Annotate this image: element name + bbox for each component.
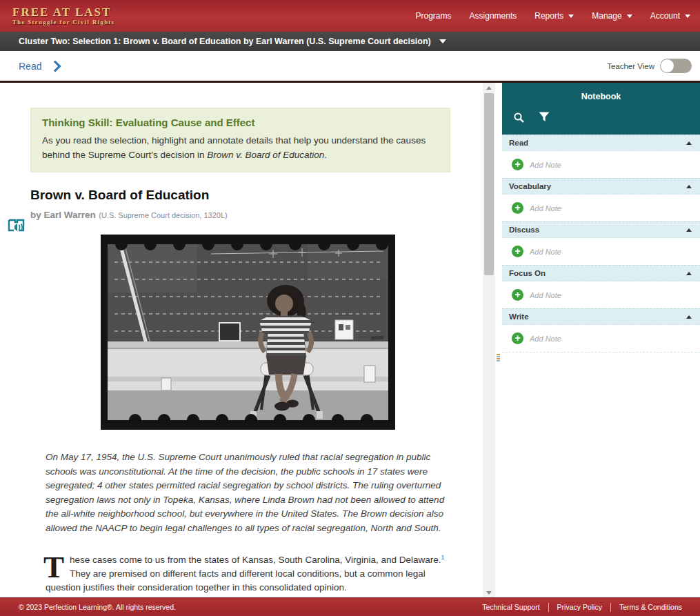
notebook-toolbar [510, 112, 692, 123]
notebook-section-discuss: Discuss + Add Note [502, 221, 700, 265]
add-note-label: Add Note [530, 335, 561, 343]
panel-gap [495, 83, 502, 597]
caret-down-icon [439, 39, 446, 43]
toggle-knob [661, 59, 674, 72]
byline-meta: (U.S. Supreme Court decision, 1320L) [99, 211, 227, 219]
logo-title: FREE AT LAST [12, 6, 115, 18]
add-note-button[interactable]: + Add Note [512, 159, 561, 170]
technical-support-link[interactable]: Technical Support [474, 603, 548, 611]
thinking-skill-body: As you read the selection, highlight and… [42, 133, 439, 162]
teacher-view-toggle[interactable] [660, 59, 692, 73]
paragraph-text: hese cases come to us from the states of… [70, 555, 441, 565]
main-area: Thinking Skill: Evaluating Cause and Eff… [0, 83, 700, 597]
add-note-label: Add Note [530, 204, 561, 212]
triangle-up-icon [486, 86, 492, 90]
panel-resize-handle[interactable] [497, 353, 500, 362]
filter-icon [539, 112, 550, 122]
footer-links: Technical Support Privacy Policy Terms &… [474, 603, 690, 612]
scroll-down-arrow[interactable] [483, 588, 495, 597]
terms-conditions-link[interactable]: Terms & Conditions [611, 603, 690, 611]
add-note-label: Add Note [530, 161, 561, 169]
section-label: Write [509, 312, 529, 321]
section-body: + Add Note [502, 281, 700, 308]
nav-label: Reports [534, 11, 563, 21]
add-note-label: Add Note [530, 291, 561, 299]
logo-subtitle: The Struggle for Civil Rights [12, 19, 115, 26]
collapse-icon [686, 141, 692, 145]
dropcap: T [43, 555, 64, 579]
notebook-section-focus-on: Focus On + Add Note [502, 265, 700, 308]
notebook-section-read: Read + Add Note [502, 135, 700, 178]
section-header-focus-on[interactable]: Focus On [502, 265, 700, 281]
section-label: Discuss [509, 226, 539, 234]
add-note-button[interactable]: + Add Note [512, 289, 561, 301]
add-note-label: Add Note [530, 248, 561, 256]
nav-account[interactable]: Account [650, 11, 690, 21]
chevron-right-icon [50, 60, 61, 72]
paragraph-text: They are premised on different facts and… [46, 568, 426, 593]
notebook-header: Notebook [502, 83, 700, 135]
byline: by Earl Warren (U.S. Supreme Court decis… [30, 208, 483, 221]
scrollbar-thumb[interactable] [484, 93, 494, 275]
plus-icon: + [512, 202, 523, 214]
breadcrumb-label: Read [19, 61, 41, 72]
section-header-vocabulary[interactable]: Vocabulary [502, 178, 700, 195]
selection-title: Cluster Two: Selection 1: Brown v. Board… [19, 37, 431, 46]
section-label: Focus On [509, 269, 546, 277]
collapse-icon [686, 228, 692, 232]
add-note-button[interactable]: + Add Note [512, 332, 561, 344]
scroll-up-arrow[interactable] [483, 83, 495, 92]
search-button[interactable] [513, 112, 525, 123]
caret-down-icon [685, 14, 690, 18]
caret-down-icon [627, 14, 632, 18]
selection-dropdown[interactable]: Cluster Two: Selection 1: Brown v. Board… [0, 32, 700, 51]
notebook-section-vocabulary: Vocabulary + Add Note [502, 178, 700, 221]
notebook-title: Notebook [510, 92, 692, 101]
thinking-skill-box: Thinking Skill: Evaluating Cause and Eff… [30, 108, 450, 172]
section-header-read[interactable]: Read [502, 135, 700, 151]
reading-pane: Thinking Skill: Evaluating Cause and Eff… [0, 83, 483, 597]
nav-manage[interactable]: Manage [592, 11, 632, 21]
collapse-icon [686, 272, 692, 275]
plus-icon: + [512, 289, 523, 301]
add-note-button[interactable]: + Add Note [512, 246, 561, 257]
app-header: FREE AT LAST The Struggle for Civil Righ… [0, 0, 700, 32]
nav-reports[interactable]: Reports [534, 11, 574, 21]
nav-label: Manage [592, 11, 621, 21]
top-nav: Programs Assignments Reports Manage Acco… [416, 11, 690, 21]
add-note-button[interactable]: + Add Note [512, 202, 561, 214]
plus-icon: + [512, 332, 523, 344]
read-aloud-button[interactable] [7, 218, 26, 237]
privacy-policy-link[interactable]: Privacy Policy [549, 603, 610, 611]
nav-label: Programs [416, 11, 452, 21]
body-paragraph: These cases come to us from the states o… [46, 553, 450, 595]
plus-icon: + [512, 159, 523, 170]
section-body: + Add Note [502, 151, 700, 178]
photo-linda-brown-classroom [101, 235, 395, 430]
intro-paragraph: On May 17, 1954, the U.S. Supreme Court … [46, 450, 449, 535]
triangle-down-icon [486, 591, 492, 595]
breadcrumb[interactable]: Read [19, 61, 59, 72]
app-logo[interactable]: FREE AT LAST The Struggle for Civil Righ… [12, 6, 115, 26]
section-header-write[interactable]: Write [502, 308, 700, 325]
section-label: Vocabulary [509, 182, 551, 190]
notebook-panel: Notebook Read [502, 83, 700, 597]
teacher-view-control: Teacher View [607, 59, 692, 73]
section-header-discuss[interactable]: Discuss [502, 221, 700, 238]
thinking-skill-heading: Thinking Skill: Evaluating Cause and Eff… [42, 117, 439, 128]
notebook-section-write: Write + Add Note [502, 308, 700, 352]
copyright-text: © 2023 Perfection Learning®. All rights … [19, 603, 176, 611]
nav-assignments[interactable]: Assignments [470, 11, 517, 21]
plus-icon: + [512, 246, 523, 257]
footnote-ref[interactable]: 1 [441, 554, 445, 561]
filter-button[interactable] [539, 112, 550, 123]
section-body: + Add Note [502, 195, 700, 221]
collapse-icon [686, 315, 692, 319]
collapse-icon [686, 185, 692, 188]
nav-programs[interactable]: Programs [416, 11, 452, 21]
caret-down-icon [568, 14, 574, 18]
teacher-view-label: Teacher View [607, 62, 654, 70]
section-body: + Add Note [502, 325, 700, 352]
content-scrollbar[interactable] [483, 83, 495, 597]
book-audio-icon [7, 218, 26, 235]
